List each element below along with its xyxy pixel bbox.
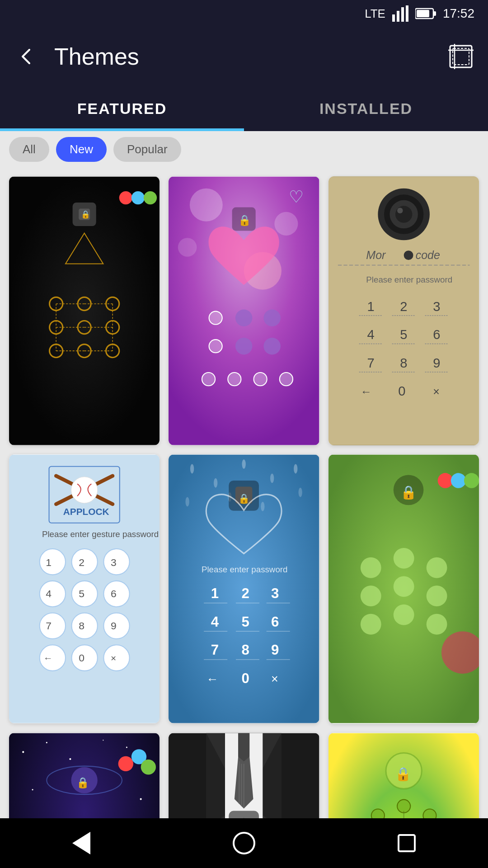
- tab-featured[interactable]: FEATURED: [0, 86, 244, 131]
- svg-rect-114: [72, 645, 98, 671]
- svg-point-181: [141, 760, 156, 774]
- header: Themes: [0, 27, 488, 86]
- svg-point-128: [299, 488, 302, 497]
- svg-text:0: 0: [398, 384, 405, 398]
- svg-text:←: ←: [360, 385, 371, 398]
- battery-icon: [415, 8, 436, 19]
- svg-point-176: [103, 740, 103, 741]
- theme-card-4[interactable]: APPLOCK Please enter gesture password 1 …: [9, 454, 160, 723]
- svg-rect-107: [40, 613, 66, 639]
- svg-point-50: [202, 373, 215, 386]
- svg-point-163: [360, 586, 381, 607]
- svg-text:Please enter gesture password: Please enter gesture password: [42, 529, 159, 539]
- svg-point-46: [264, 309, 281, 326]
- svg-text:Please enter password: Please enter password: [366, 275, 452, 284]
- svg-point-48: [235, 338, 252, 354]
- svg-text:5: 5: [400, 327, 407, 342]
- svg-text:🔒: 🔒: [76, 776, 89, 789]
- back-button[interactable]: [14, 43, 41, 70]
- tabs-container: FEATURED INSTALLED: [0, 86, 488, 131]
- svg-rect-0: [392, 14, 395, 22]
- theme-card-3[interactable]: Mor code Please enter password 1 2 3 4 5…: [328, 176, 479, 445]
- svg-text:←: ←: [206, 672, 219, 686]
- svg-text:0: 0: [79, 652, 84, 664]
- svg-text:Mor: Mor: [366, 249, 386, 261]
- svg-text:×: ×: [111, 653, 116, 663]
- theme-card-2[interactable]: ♡ 🔒: [169, 176, 319, 445]
- filter-row: All New Popular: [0, 131, 488, 167]
- svg-rect-108: [72, 613, 98, 639]
- tab-installed[interactable]: INSTALLED: [244, 86, 488, 131]
- svg-text:9: 9: [111, 620, 117, 632]
- svg-text:2: 2: [79, 557, 84, 568]
- svg-point-162: [426, 557, 447, 578]
- svg-point-44: [209, 311, 222, 325]
- svg-rect-103: [103, 581, 129, 607]
- svg-text:8: 8: [400, 356, 407, 370]
- svg-text:9: 9: [271, 642, 279, 658]
- nav-back-button[interactable]: [63, 825, 99, 861]
- svg-rect-1: [397, 11, 399, 22]
- svg-text:🔒: 🔒: [238, 214, 251, 226]
- svg-point-13: [131, 191, 145, 204]
- svg-point-49: [264, 338, 281, 354]
- svg-text:APPLOCK: APPLOCK: [63, 506, 109, 517]
- svg-text:7: 7: [367, 356, 374, 370]
- filter-popular-label: Popular: [127, 142, 168, 156]
- svg-text:6: 6: [433, 327, 440, 342]
- filter-all[interactable]: All: [9, 137, 49, 162]
- svg-text:♡: ♡: [289, 187, 304, 206]
- svg-text:1: 1: [211, 586, 219, 602]
- tab-featured-label: FEATURED: [77, 100, 167, 118]
- svg-point-51: [228, 373, 241, 386]
- svg-point-39: [178, 238, 197, 257]
- svg-text:6: 6: [271, 614, 279, 630]
- svg-point-122: [242, 459, 246, 469]
- svg-point-60: [395, 206, 413, 223]
- network-indicator: LTE: [365, 7, 385, 21]
- svg-text:🔒: 🔒: [400, 485, 417, 501]
- filter-new[interactable]: New: [56, 137, 107, 162]
- svg-text:×: ×: [433, 385, 440, 398]
- time-display: 17:52: [443, 6, 474, 21]
- status-icons: LTE 17:52: [365, 5, 474, 22]
- theme-card-6[interactable]: 🔒: [328, 454, 479, 723]
- svg-point-121: [214, 478, 217, 488]
- svg-point-47: [209, 340, 222, 353]
- recent-nav-icon: [398, 834, 416, 852]
- nav-recent-button[interactable]: [389, 825, 425, 861]
- svg-point-157: [464, 473, 479, 488]
- nav-home-button[interactable]: [226, 825, 262, 861]
- svg-rect-6: [417, 10, 429, 17]
- back-nav-icon: [72, 832, 90, 854]
- svg-point-123: [270, 474, 274, 483]
- theme-card-1[interactable]: 🔒: [9, 176, 160, 445]
- svg-point-168: [426, 614, 447, 635]
- svg-text:1: 1: [367, 299, 374, 314]
- filter-popular[interactable]: Popular: [113, 137, 181, 162]
- svg-text:5: 5: [242, 614, 249, 630]
- svg-point-38: [275, 212, 298, 236]
- signal-icon: [392, 5, 408, 22]
- svg-text:3: 3: [111, 557, 117, 568]
- svg-text:0: 0: [242, 670, 249, 686]
- svg-point-92: [71, 477, 97, 503]
- svg-point-155: [437, 473, 452, 488]
- svg-text:🔒: 🔒: [395, 765, 412, 782]
- svg-point-124: [294, 464, 297, 474]
- svg-point-37: [190, 189, 223, 222]
- svg-text:1: 1: [46, 557, 52, 568]
- svg-rect-5: [433, 11, 436, 16]
- svg-point-172: [46, 742, 47, 743]
- svg-rect-96: [72, 549, 98, 575]
- theme-card-5[interactable]: 🔒 Please enter password 1 2 3 4 5 6 7 8 …: [169, 454, 319, 723]
- svg-point-61: [397, 208, 403, 213]
- svg-text:🔒: 🔒: [238, 493, 250, 505]
- svg-rect-101: [40, 581, 66, 607]
- svg-point-127: [261, 502, 264, 511]
- svg-point-156: [450, 473, 465, 488]
- svg-point-165: [426, 586, 447, 607]
- crop-icon-button[interactable]: [447, 43, 474, 70]
- svg-rect-97: [103, 549, 129, 575]
- svg-rect-102: [72, 581, 98, 607]
